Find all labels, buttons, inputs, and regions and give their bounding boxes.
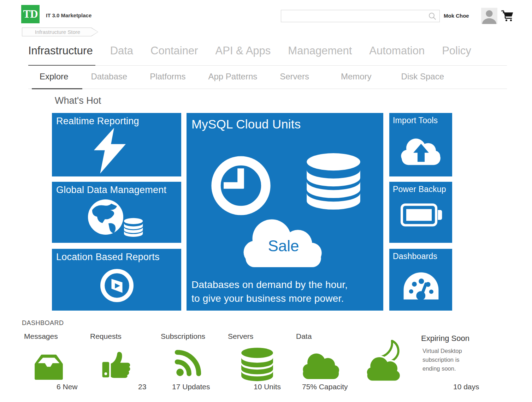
sale-badge: Sale [240, 237, 327, 255]
primary-nav-divider [28, 65, 507, 66]
compass-icon [100, 268, 134, 303]
database-stack-icon[interactable] [241, 347, 273, 383]
dash-label-messages: Messages [24, 332, 58, 341]
cart-icon[interactable] [501, 9, 515, 23]
dash-value-messages: 6 New [57, 383, 78, 391]
tab-container[interactable]: Container [150, 44, 198, 57]
clock-icon [210, 155, 272, 217]
rss-icon[interactable] [174, 348, 202, 380]
expiring-soon-title: Expiring Soon [421, 334, 469, 343]
td-logo[interactable]: TD [21, 5, 40, 23]
td-logo-text: TD [23, 8, 37, 20]
subtab-app-patterns[interactable]: App Patterns [208, 72, 257, 82]
secondary-nav-divider [28, 89, 507, 89]
tab-infrastructure[interactable]: Infrastructure [28, 44, 93, 57]
tile-title: Realtime Reporting [52, 113, 181, 127]
tile-title: Power Backup [389, 182, 452, 194]
tile-realtime-reporting[interactable]: Realtime Reporting [52, 113, 181, 176]
dashboard-heading: DASHBOARD [22, 319, 64, 327]
tab-data[interactable]: Data [110, 44, 133, 57]
subtab-disk-space[interactable]: Disk Space [401, 72, 444, 82]
tab-automation[interactable]: Automation [369, 44, 425, 57]
tile-mysql-cloud-units[interactable]: MySQL Cloud Units Sale Databases on dema… [187, 113, 383, 311]
dash-value-servers: 10 Units [254, 383, 281, 391]
tile-title: Import Tools [389, 113, 452, 125]
user-name: Mok Choe [444, 13, 469, 19]
search-box [281, 10, 440, 22]
dash-label-subscriptions: Subscriptions [161, 332, 205, 341]
marketplace-page: TD IT 3.0 Marketplace Mok Choe Infrastru… [0, 0, 532, 402]
tile-title: Global Data Management [52, 182, 181, 196]
primary-nav: Infrastructure Data Container API & Apps… [28, 44, 471, 57]
battery-icon [401, 202, 442, 228]
secondary-nav: Explore Database Platforms App Patterns … [40, 72, 444, 82]
tile-power-backup[interactable]: Power Backup [389, 182, 452, 243]
subtab-servers[interactable]: Servers [280, 72, 309, 82]
user-icon [481, 8, 497, 24]
subtab-database[interactable]: Database [91, 72, 127, 82]
tile-location-based-reports[interactable]: Location Based Reports [52, 249, 181, 311]
database-stack-icon [307, 152, 360, 213]
tile-title: Dashboards [389, 249, 452, 261]
dash-value-data: 75% Capacity [302, 383, 348, 391]
gauge-icon [401, 269, 441, 302]
avatar[interactable] [481, 8, 497, 24]
dash-label-data: Data [296, 332, 312, 341]
subtab-platforms[interactable]: Platforms [150, 72, 185, 82]
secondary-nav-active-underline [32, 88, 82, 89]
dash-value-requests: 23 [138, 383, 146, 391]
globe-database-icon [87, 199, 144, 237]
tab-policy[interactable]: Policy [442, 44, 471, 57]
inbox-icon[interactable] [34, 353, 64, 381]
subtab-memory[interactable]: Memory [341, 72, 372, 82]
whats-hot-heading: What's Hot [55, 95, 101, 106]
dash-value-expiring: 10 days [453, 383, 479, 391]
tile-global-data-management[interactable]: Global Data Management [52, 182, 181, 243]
primary-nav-active-underline [28, 65, 95, 66]
tile-dashboards[interactable]: Dashboards [389, 249, 452, 311]
search-input[interactable] [281, 10, 439, 22]
tab-api-apps[interactable]: API & Apps [215, 44, 271, 57]
cloud-moon-icon[interactable] [367, 337, 412, 385]
featured-description: Databases on demand by the hour, to give… [191, 278, 348, 306]
lightning-icon [89, 128, 131, 174]
search-icon[interactable] [428, 12, 437, 20]
app-title: IT 3.0 Marketplace [46, 12, 91, 18]
tile-import-tools[interactable]: Import Tools [389, 113, 452, 176]
breadcrumb-label: Infrastructure Store [22, 28, 98, 36]
cloud-upload-icon [398, 135, 444, 169]
featured-title: MySQL Cloud Units [187, 113, 383, 131]
tile-title: Location Based Reports [52, 249, 181, 263]
thumbs-up-icon[interactable] [102, 347, 132, 383]
dash-value-subscriptions: 17 Updates [172, 383, 210, 391]
breadcrumb[interactable]: Infrastructure Store [22, 28, 98, 36]
tab-management[interactable]: Management [288, 44, 352, 57]
dash-label-requests: Requests [90, 332, 122, 341]
dash-label-servers: Servers [228, 332, 253, 341]
subtab-explore[interactable]: Explore [40, 72, 68, 82]
expiring-soon-description: Virtual Desktop subscription is ending s… [422, 347, 476, 373]
cloud-icon[interactable] [301, 351, 343, 380]
